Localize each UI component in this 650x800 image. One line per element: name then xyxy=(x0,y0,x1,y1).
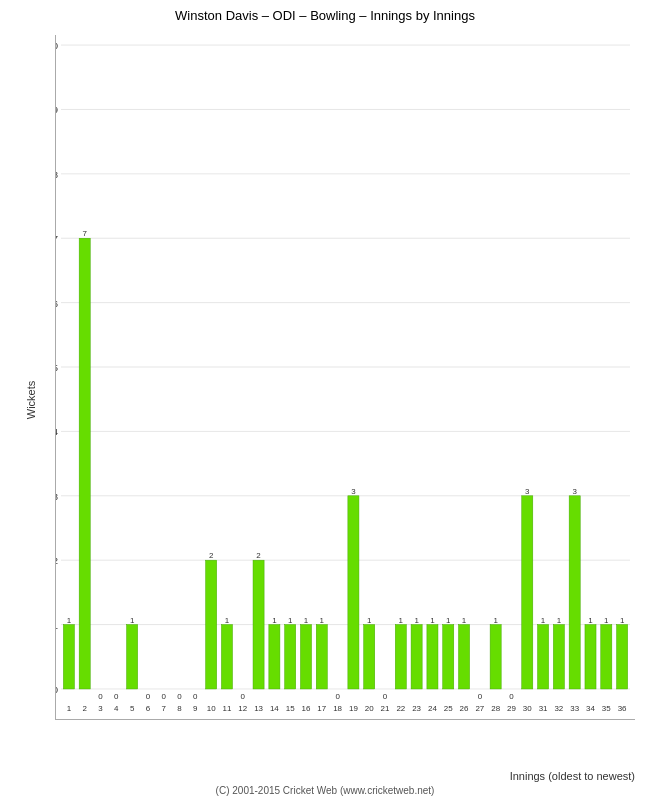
svg-rect-76 xyxy=(395,625,406,689)
svg-text:1: 1 xyxy=(541,616,546,625)
svg-rect-107 xyxy=(569,496,580,689)
svg-text:1: 1 xyxy=(557,616,562,625)
svg-text:24: 24 xyxy=(428,704,437,713)
svg-text:1: 1 xyxy=(588,616,593,625)
svg-text:16: 16 xyxy=(302,704,311,713)
svg-rect-93 xyxy=(490,625,501,689)
svg-text:7: 7 xyxy=(56,233,58,244)
svg-text:0: 0 xyxy=(509,692,514,701)
chart-container: Winston Davis – ODI – Bowling – Innings … xyxy=(0,0,650,800)
svg-text:0: 0 xyxy=(146,692,151,701)
svg-text:36: 36 xyxy=(618,704,627,713)
svg-text:33: 33 xyxy=(570,704,579,713)
svg-text:1: 1 xyxy=(67,616,72,625)
svg-text:1: 1 xyxy=(56,620,58,631)
svg-rect-71 xyxy=(364,625,375,689)
svg-text:1: 1 xyxy=(604,616,609,625)
svg-text:0: 0 xyxy=(177,692,182,701)
svg-text:2: 2 xyxy=(256,551,261,560)
svg-text:1: 1 xyxy=(304,616,309,625)
svg-rect-110 xyxy=(585,625,596,689)
svg-text:6: 6 xyxy=(56,298,58,309)
svg-text:1: 1 xyxy=(272,616,277,625)
svg-rect-22 xyxy=(63,625,74,689)
svg-rect-101 xyxy=(538,625,549,689)
svg-text:31: 31 xyxy=(539,704,548,713)
svg-text:14: 14 xyxy=(270,704,279,713)
copyright-text: (C) 2001-2015 Cricket Web (www.cricketwe… xyxy=(0,785,650,796)
chart-svg: 0123456789101172030415060708092101110122… xyxy=(56,35,635,719)
chart-area: 0123456789101172030415060708092101110122… xyxy=(55,35,635,720)
svg-rect-82 xyxy=(427,625,438,689)
svg-text:1: 1 xyxy=(446,616,451,625)
svg-text:0: 0 xyxy=(114,692,119,701)
svg-text:1: 1 xyxy=(414,616,419,625)
svg-text:5: 5 xyxy=(130,704,135,713)
svg-text:1: 1 xyxy=(367,616,372,625)
svg-text:3: 3 xyxy=(351,487,356,496)
svg-text:15: 15 xyxy=(286,704,295,713)
svg-text:27: 27 xyxy=(475,704,484,713)
svg-rect-43 xyxy=(206,560,217,689)
svg-rect-88 xyxy=(459,625,470,689)
svg-text:34: 34 xyxy=(586,704,595,713)
svg-text:0: 0 xyxy=(193,692,198,701)
svg-rect-46 xyxy=(221,625,232,689)
svg-rect-79 xyxy=(411,625,422,689)
svg-text:18: 18 xyxy=(333,704,342,713)
svg-text:9: 9 xyxy=(193,704,198,713)
svg-text:10: 10 xyxy=(207,704,216,713)
svg-text:19: 19 xyxy=(349,704,358,713)
svg-text:21: 21 xyxy=(381,704,390,713)
svg-rect-104 xyxy=(553,625,564,689)
svg-text:25: 25 xyxy=(444,704,453,713)
svg-text:23: 23 xyxy=(412,704,421,713)
svg-rect-113 xyxy=(601,625,612,689)
svg-text:2: 2 xyxy=(82,704,87,713)
svg-text:1: 1 xyxy=(399,616,404,625)
svg-text:0: 0 xyxy=(241,692,246,701)
y-axis-label: Wickets xyxy=(25,381,37,420)
svg-text:1: 1 xyxy=(67,704,72,713)
svg-text:3: 3 xyxy=(525,487,530,496)
svg-text:1: 1 xyxy=(225,616,230,625)
svg-text:4: 4 xyxy=(56,426,58,437)
svg-text:1: 1 xyxy=(320,616,325,625)
svg-rect-32 xyxy=(127,625,138,689)
svg-text:5: 5 xyxy=(56,362,58,373)
svg-rect-51 xyxy=(253,560,264,689)
svg-text:3: 3 xyxy=(98,704,103,713)
svg-text:0: 0 xyxy=(335,692,340,701)
svg-text:1: 1 xyxy=(462,616,467,625)
svg-text:11: 11 xyxy=(223,704,232,713)
svg-text:9: 9 xyxy=(56,104,58,115)
svg-text:0: 0 xyxy=(162,692,167,701)
svg-rect-63 xyxy=(316,625,327,689)
svg-rect-57 xyxy=(285,625,296,689)
svg-text:1: 1 xyxy=(130,616,135,625)
svg-text:7: 7 xyxy=(82,229,87,238)
svg-text:29: 29 xyxy=(507,704,516,713)
svg-rect-98 xyxy=(522,496,533,689)
svg-text:12: 12 xyxy=(238,704,247,713)
svg-text:7: 7 xyxy=(162,704,167,713)
svg-text:20: 20 xyxy=(365,704,374,713)
svg-text:13: 13 xyxy=(254,704,263,713)
svg-rect-25 xyxy=(79,238,90,689)
svg-text:4: 4 xyxy=(114,704,119,713)
chart-title: Winston Davis – ODI – Bowling – Innings … xyxy=(0,0,650,27)
svg-text:32: 32 xyxy=(554,704,563,713)
svg-text:8: 8 xyxy=(177,704,182,713)
svg-rect-116 xyxy=(617,625,628,689)
svg-text:1: 1 xyxy=(288,616,293,625)
svg-text:3: 3 xyxy=(572,487,577,496)
svg-text:26: 26 xyxy=(460,704,469,713)
svg-rect-54 xyxy=(269,625,280,689)
x-axis-label: Innings (oldest to newest) xyxy=(55,770,635,782)
svg-text:17: 17 xyxy=(317,704,326,713)
svg-text:0: 0 xyxy=(478,692,483,701)
svg-text:28: 28 xyxy=(491,704,500,713)
svg-text:10: 10 xyxy=(56,40,58,51)
svg-text:0: 0 xyxy=(383,692,388,701)
svg-text:0: 0 xyxy=(98,692,103,701)
